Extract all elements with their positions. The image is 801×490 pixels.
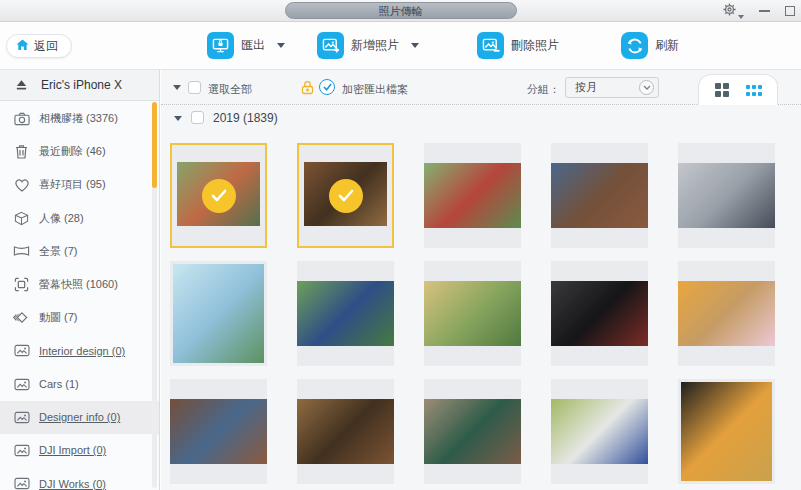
sidebar-item-喜好項目[interactable]: 喜好項目 (95)	[0, 168, 159, 201]
live-photo-icon	[13, 309, 30, 326]
large-grid-view-button[interactable]	[715, 83, 729, 97]
small-grid-view-button[interactable]	[746, 85, 762, 96]
add-photos-button-label: 新增照片	[351, 37, 399, 54]
sidebar-item-動圖[interactable]: 動圖 (7)	[0, 301, 159, 334]
sidebar-item-dji-import[interactable]: DJI Import (0)	[0, 434, 159, 467]
window-controls	[722, 0, 795, 22]
photo-thumbnail-woman-in-park[interactable]	[424, 261, 521, 366]
photo-image	[678, 163, 775, 228]
photo-image	[551, 399, 648, 464]
filter-bar: 選取全部 加密匯出檔案 分組： 按月	[161, 70, 801, 105]
photo-thumbnail-runner-tying-shoes[interactable]	[678, 143, 775, 248]
selected-check-icon	[329, 179, 363, 213]
encrypt-export-checkbox[interactable]	[319, 79, 335, 95]
sidebar-item-label: 最近刪除 (46)	[39, 144, 106, 159]
photo-thumbnail-salad-plate[interactable]	[551, 379, 648, 484]
photo-thumbnail-child-in-park[interactable]	[297, 261, 394, 366]
sidebar-item-label: Interior design (0)	[39, 345, 125, 357]
photo-image	[551, 163, 648, 228]
monitor-export-icon	[207, 32, 234, 59]
collapse-group-caret-icon[interactable]	[174, 116, 182, 121]
group-by-label: 分組：	[527, 82, 560, 97]
sidebar-item-cars[interactable]: Cars (1)	[0, 368, 159, 401]
album-icon	[13, 376, 30, 393]
collapse-all-caret-icon[interactable]	[173, 85, 181, 90]
back-button[interactable]: 返回	[6, 34, 72, 58]
chevron-down-icon	[277, 43, 285, 48]
window-titlebar: 照片傳輸	[0, 0, 801, 22]
photo-thumbnail-green-front-door[interactable]	[424, 379, 521, 484]
sidebar-item-dji-works[interactable]: DJI Works (0)	[0, 467, 159, 490]
photo-image	[297, 399, 394, 464]
photo-image	[297, 281, 394, 346]
album-icon	[13, 409, 30, 426]
photo-thumbnail-pizza-on-table[interactable]	[297, 379, 394, 484]
view-toggle	[698, 74, 778, 105]
device-header[interactable]: Eric's iPhone X	[0, 70, 159, 101]
photo-group-header: 2019 (1839)	[174, 111, 278, 125]
album-icon	[13, 442, 30, 459]
photo-thumbnail-man-with-camera[interactable]	[551, 261, 648, 366]
group-by-selected-value: 按月	[575, 80, 597, 95]
gear-icon	[722, 2, 737, 21]
maximize-icon	[785, 6, 795, 16]
photo-thumbnail-coastal-road[interactable]	[170, 261, 267, 366]
sidebar-item-label: 喜好項目 (95)	[39, 177, 106, 192]
photo-thumbnail-dog-being-petted[interactable]	[551, 143, 648, 248]
sidebar-item-螢幕快照[interactable]: 螢幕快照 (1060)	[0, 268, 159, 301]
group-select-checkbox[interactable]	[191, 111, 204, 124]
encrypt-export-label: 加密匯出檔案	[342, 82, 408, 97]
sidebar-item-interior-design[interactable]: Interior design (0)	[0, 334, 159, 367]
select-all-label: 選取全部	[208, 82, 252, 97]
toolbar: 返回 匯出新增照片刪除照片刷新	[0, 22, 801, 70]
sidebar-item-人像[interactable]: 人像 (28)	[0, 202, 159, 235]
settings-button[interactable]	[722, 2, 744, 21]
home-icon	[16, 39, 29, 54]
chevron-down-icon	[411, 43, 419, 48]
camera-icon	[13, 110, 30, 127]
photo-thumbnail-cactus-pots[interactable]	[170, 143, 267, 248]
sidebar-item-label: 螢幕快照 (1060)	[39, 277, 118, 292]
refresh-button-label: 刷新	[655, 37, 679, 54]
minimize-button[interactable]	[759, 10, 770, 12]
chevron-down-icon	[639, 80, 654, 95]
photo-image	[424, 163, 521, 228]
photo-thumbnail-toddler-blowing-bubbles[interactable]	[424, 143, 521, 248]
sidebar-item-designer-info[interactable]: Designer info (0)	[0, 401, 159, 434]
remove-photo-icon	[477, 32, 504, 59]
sidebar-item-全景[interactable]: 全景 (7)	[0, 235, 159, 268]
sidebar-item-label: DJI Import (0)	[39, 444, 106, 456]
sidebar-scrollbar-thumb[interactable]	[152, 102, 157, 188]
photo-thumbnail-apricots-on-dark[interactable]	[678, 379, 775, 484]
refresh-button[interactable]: 刷新	[621, 32, 679, 59]
maximize-button[interactable]	[785, 6, 795, 16]
add-photos-button[interactable]: 新增照片	[317, 32, 419, 59]
sidebar-list: 相機膠捲 (3376)最近刪除 (46)喜好項目 (95)人像 (28)全景 (…	[0, 102, 159, 490]
photo-image	[173, 264, 264, 363]
back-button-label: 返回	[34, 38, 58, 55]
photo-image	[681, 382, 772, 481]
cube-icon	[13, 210, 30, 227]
sidebar-item-label: 人像 (28)	[39, 211, 84, 226]
eject-icon	[13, 77, 30, 94]
sidebar-item-label: Cars (1)	[39, 378, 79, 390]
window-title-tab: 照片傳輸	[285, 2, 517, 19]
sidebar-item-label: 全景 (7)	[39, 244, 78, 259]
group-by-select[interactable]: 按月	[565, 77, 659, 98]
refresh-icon	[621, 32, 648, 59]
sidebar-item-相機膠捲[interactable]: 相機膠捲 (3376)	[0, 102, 159, 135]
photo-image	[551, 281, 648, 346]
sidebar-item-最近刪除[interactable]: 最近刪除 (46)	[0, 135, 159, 168]
sidebar-item-label: Designer info (0)	[39, 411, 120, 423]
photo-thumbnail-pizza-on-table[interactable]	[297, 143, 394, 248]
screenshot-icon	[13, 276, 30, 293]
heart-icon	[13, 176, 30, 193]
select-all-checkbox[interactable]	[188, 81, 201, 94]
delete-photos-button[interactable]: 刪除照片	[477, 32, 559, 59]
photo-thumbnail-pumpkin-soup[interactable]	[678, 261, 775, 366]
photo-thumbnail-dog-being-petted[interactable]	[170, 379, 267, 484]
export-button-label: 匯出	[241, 37, 265, 54]
album-icon	[13, 342, 30, 359]
export-button[interactable]: 匯出	[207, 32, 285, 59]
trash-icon	[13, 143, 30, 160]
